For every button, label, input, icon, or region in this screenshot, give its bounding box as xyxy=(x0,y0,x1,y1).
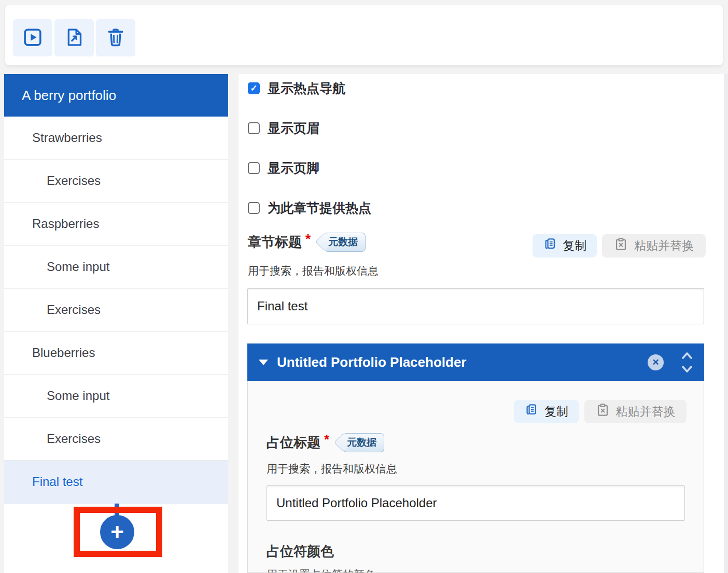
sidebar-item-raspberries[interactable]: Raspberries xyxy=(4,203,228,246)
metadata-badge: 元数据 xyxy=(324,233,366,252)
panel-paste-replace-button[interactable]: 粘贴并替换 xyxy=(584,400,687,423)
export-document-button[interactable] xyxy=(54,19,94,56)
chevron-down-icon[interactable] xyxy=(681,366,693,373)
chapter-title-input[interactable] xyxy=(247,288,704,324)
plus-icon: + xyxy=(110,517,124,548)
play-preview-icon xyxy=(23,27,43,49)
chevron-up-icon[interactable] xyxy=(681,352,693,359)
reorder-controls xyxy=(681,352,693,373)
sidebar-item-some-input-2[interactable]: Some input xyxy=(4,375,228,418)
preview-button[interactable] xyxy=(13,19,52,56)
copy-icon xyxy=(524,403,538,420)
panel-body: 复制 粘贴并替换 占位标题 * 元数据 xyxy=(247,381,704,573)
sidebar-item-exercises-1[interactable]: Exercises xyxy=(4,160,228,203)
checkbox-row-chapter-hotspot[interactable]: 为此章节提供热点 xyxy=(248,196,371,219)
placeholder-color-heading: 占位符颜色 xyxy=(267,542,334,561)
panel-header[interactable]: Untitled Portfolio Placeholder ✕ xyxy=(247,343,704,381)
sidebar-item-final-test[interactable]: Final test xyxy=(4,461,228,504)
required-asterisk: * xyxy=(324,432,329,448)
chapter-title-label: 章节标题 xyxy=(248,233,302,251)
sidebar-portfolio-title[interactable]: A berry portfolio xyxy=(4,74,228,117)
panel-copy-button[interactable]: 复制 xyxy=(514,400,579,423)
checkbox-row-hotspot-nav[interactable]: 显示热点导航 xyxy=(248,77,345,99)
metadata-badge: 元数据 xyxy=(343,433,384,452)
copy-button[interactable]: 复制 xyxy=(533,234,597,257)
toolbar xyxy=(5,5,723,65)
panel-title: Untitled Portfolio Placeholder xyxy=(277,354,648,370)
sidebar: A berry portfolio Strawberries Exercises… xyxy=(4,74,228,573)
checkbox-unchecked-icon[interactable] xyxy=(248,202,260,214)
main-panel: 显示热点导航 显示页眉 显示页脚 为此章节提供热点 章节标题 * 元数据 xyxy=(239,74,724,573)
sidebar-item-blueberries[interactable]: Blueberries xyxy=(4,332,228,375)
placeholder-title-label: 占位标题 xyxy=(267,434,320,452)
trash-icon xyxy=(106,27,125,49)
sidebar-item-strawberries[interactable]: Strawberries xyxy=(4,117,228,160)
add-chapter-button[interactable]: + xyxy=(100,515,134,549)
checkbox-row-show-header[interactable]: 显示页眉 xyxy=(248,117,319,139)
chapter-title-field-header: 章节标题 * 元数据 xyxy=(248,230,366,254)
placeholder-title-hint: 用于搜索，报告和版权信息 xyxy=(267,462,397,476)
paste-replace-button[interactable]: 粘贴并替换 xyxy=(602,234,706,257)
placeholder-color-hint-clipped: 用于设置占位符的颜色 xyxy=(267,567,375,573)
sidebar-item-exercises-3[interactable]: Exercises xyxy=(4,418,228,461)
portfolio-placeholder-panel: Untitled Portfolio Placeholder ✕ xyxy=(247,343,704,573)
page: A berry portfolio Strawberries Exercises… xyxy=(0,0,728,573)
document-export-icon xyxy=(64,27,84,49)
close-icon: ✕ xyxy=(652,357,659,368)
collapse-triangle-icon[interactable] xyxy=(259,360,268,365)
checkbox-unchecked-icon[interactable] xyxy=(248,122,260,134)
checkbox-row-show-footer[interactable]: 显示页脚 xyxy=(248,156,319,179)
sidebar-item-exercises-2[interactable]: Exercises xyxy=(4,289,228,332)
sidebar-item-some-input-1[interactable]: Some input xyxy=(4,246,228,289)
required-asterisk: * xyxy=(305,231,311,247)
paste-icon xyxy=(614,237,628,254)
close-panel-button[interactable]: ✕ xyxy=(648,354,664,370)
paste-icon xyxy=(596,403,610,420)
scroll-gutter xyxy=(724,74,728,573)
delete-button[interactable] xyxy=(96,19,135,56)
chapter-title-hint: 用于搜索，报告和版权信息 xyxy=(248,264,379,278)
placeholder-title-field-header: 占位标题 * 元数据 xyxy=(267,430,384,455)
copy-icon xyxy=(543,237,557,254)
checkbox-unchecked-icon[interactable] xyxy=(248,162,260,174)
placeholder-title-input[interactable] xyxy=(267,485,685,521)
checkbox-checked-icon[interactable] xyxy=(248,82,260,94)
